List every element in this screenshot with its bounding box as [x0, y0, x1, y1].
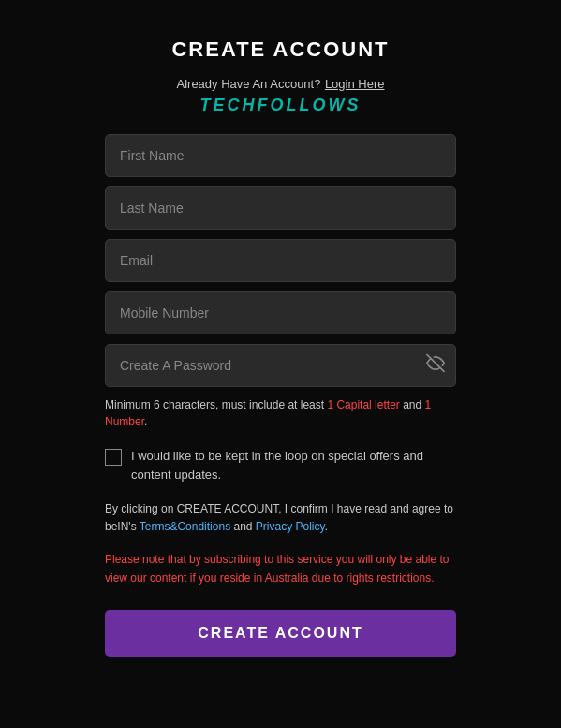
- mobile-input[interactable]: [105, 291, 456, 334]
- toggle-password-icon[interactable]: [426, 354, 445, 378]
- password-wrapper: [105, 344, 456, 387]
- login-row: Already Have An Account? Login Here: [177, 75, 385, 92]
- terms-conditions-link[interactable]: Terms&Conditions: [140, 520, 230, 533]
- email-input[interactable]: [105, 239, 456, 282]
- login-link[interactable]: Login Here: [325, 77, 385, 91]
- privacy-policy-link[interactable]: Privacy Policy: [256, 520, 325, 533]
- login-prompt-text: Already Have An Account?: [177, 77, 321, 91]
- page-title: CREATE ACCOUNT: [171, 37, 389, 62]
- first-name-input[interactable]: [105, 134, 456, 177]
- registration-form: Minimum 6 characters, must include at le…: [105, 134, 456, 657]
- last-name-input[interactable]: [105, 186, 456, 230]
- page-container: CREATE ACCOUNT Already Have An Account? …: [0, 0, 561, 728]
- create-account-button[interactable]: CREATE ACCOUNT: [105, 610, 456, 657]
- password-hint: Minimum 6 characters, must include at le…: [105, 396, 456, 430]
- password-input[interactable]: [105, 344, 456, 387]
- brand-name: TECHFOLLOWS: [200, 96, 362, 115]
- newsletter-checkbox-row: I would like to be kept in the loop on s…: [105, 447, 456, 483]
- newsletter-label: I would like to be kept in the loop on s…: [131, 447, 456, 483]
- australia-notice: Please note that by subscribing to this …: [105, 551, 456, 587]
- terms-text: By clicking on CREATE ACCOUNT, I confirm…: [105, 500, 456, 536]
- newsletter-checkbox[interactable]: [105, 449, 122, 466]
